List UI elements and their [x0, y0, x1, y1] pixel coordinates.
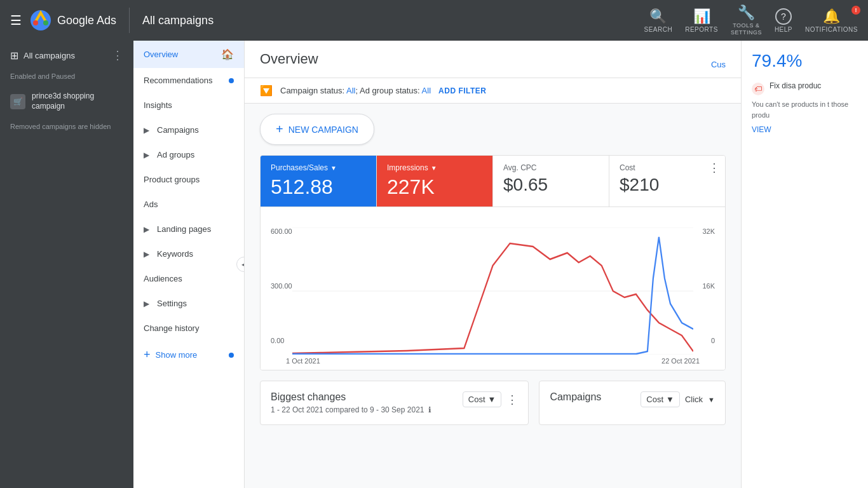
nav-item-ads[interactable]: Ads	[133, 192, 244, 217]
left-sidebar: ⊞ All campaigns ⋮ Enabled and Paused 🛒 p…	[0, 41, 133, 488]
google-ads-logo: Google Ads	[29, 9, 116, 32]
new-campaign-label: NEW CAMPAIGN	[288, 125, 358, 135]
settings-arrow-icon: ▶	[144, 299, 149, 308]
nav-item-keywords[interactable]: ▶ Keywords	[133, 241, 244, 266]
new-campaign-button[interactable]: + NEW CAMPAIGN	[260, 114, 374, 145]
purchases-value: 512.88	[271, 175, 366, 199]
nav-item-settings[interactable]: ▶ Settings	[133, 291, 244, 316]
nav-left: ☰ Google Ads All campaigns	[10, 8, 634, 33]
landing-pages-label: Landing pages	[157, 224, 211, 234]
recommendations-label: Recommendations	[144, 76, 212, 85]
customize-button[interactable]: Cus	[711, 60, 726, 69]
ad-group-status-value[interactable]: All	[422, 86, 431, 95]
status-label: Enabled and Paused	[0, 70, 133, 85]
chart-svg	[292, 227, 693, 355]
hamburger-menu-icon[interactable]: ☰	[10, 13, 22, 28]
nav-divider	[129, 8, 130, 33]
add-filter-button[interactable]: ADD FILTER	[438, 86, 486, 95]
campaigns-widget: Campaigns Cost ▼ Click ▼	[539, 381, 726, 425]
recommendation-score: 79.4%	[752, 51, 858, 71]
campaigns-widget-header: Campaigns Cost ▼ Click ▼	[550, 391, 715, 407]
rec-warning-icon: 🏷	[754, 85, 762, 93]
notifications-nav-tool[interactable]: 🔔 ! NOTIFICATIONS	[805, 8, 858, 33]
audiences-label: Audiences	[144, 274, 182, 283]
show-more-dot	[229, 353, 234, 358]
impressions-dropdown-icon: ▼	[431, 165, 437, 172]
metric-cost[interactable]: Cost $210 ⋮	[609, 156, 725, 207]
tools-nav-tool[interactable]: 🔧 TOOLS &SETTINGS	[731, 4, 762, 36]
rec-item-description: You can't se products in t those produ	[752, 99, 858, 120]
main-content: Overview Cus 🔽 Campaign status: All; Ad …	[245, 41, 741, 488]
nav-item-ad-groups[interactable]: ▶ Ad groups	[133, 142, 244, 167]
notifications-icon: 🔔	[823, 8, 840, 25]
recommendations-dot	[229, 78, 234, 83]
campaigns-label: Campaigns	[157, 125, 199, 135]
sidebar-more-button[interactable]: ⋮	[112, 48, 123, 62]
content-area: + NEW CAMPAIGN Purchases/Sales ▼ 512.88	[245, 104, 741, 435]
chart-y-left-labels: 600.00 300.00 0.00	[271, 227, 292, 344]
home-icon: 🏠	[221, 48, 234, 60]
reports-nav-tool[interactable]: 📊 REPORTS	[685, 8, 718, 33]
tools-label: TOOLS &SETTINGS	[731, 22, 762, 36]
nav-item-recommendations[interactable]: Recommendations	[133, 68, 244, 93]
svg-point-1	[43, 20, 48, 25]
sidebar-all-campaigns-label: All campaigns	[24, 51, 75, 60]
show-more-label: Show more	[156, 350, 198, 360]
subtitle-info-icon: ℹ	[428, 405, 431, 414]
nav-item-overview[interactable]: Overview 🏠	[133, 41, 244, 68]
campaigns-cost-dropdown[interactable]: Cost ▼	[641, 391, 680, 407]
landing-pages-arrow-icon: ▶	[144, 225, 149, 234]
bottom-section: Biggest changes 1 - 22 Oct 2021 compared…	[260, 381, 726, 425]
biggest-changes-controls: Cost ▼ ⋮	[463, 391, 519, 407]
search-nav-tool[interactable]: 🔍 SEARCH	[644, 8, 673, 33]
nav-item-landing-pages[interactable]: ▶ Landing pages	[133, 217, 244, 241]
metric-impressions[interactable]: Impressions ▼ 227K	[377, 156, 493, 207]
nav-item-audiences[interactable]: Audiences	[133, 266, 244, 291]
nav-item-change-history[interactable]: Change history	[133, 316, 244, 341]
rec-view-link[interactable]: VIEW	[752, 125, 858, 134]
campaigns-widget-title: Campaigns	[550, 391, 601, 403]
y-right-mid: 16K	[702, 282, 715, 290]
avg-cpc-value: $0.65	[503, 175, 599, 195]
cost-value: $210	[620, 175, 715, 195]
page-title: Overview	[260, 51, 318, 78]
cost-dropdown[interactable]: Cost ▼	[463, 391, 502, 407]
campaigns-arrow-icon: ▶	[144, 126, 149, 135]
product-groups-label: Product groups	[144, 175, 200, 184]
metric-purchases[interactable]: Purchases/Sales ▼ 512.88	[261, 156, 377, 207]
help-nav-tool[interactable]: ? HELP	[775, 8, 792, 33]
nav-item-insights[interactable]: Insights	[133, 93, 244, 118]
metrics-row: Purchases/Sales ▼ 512.88 Impressions ▼ 2…	[261, 156, 725, 207]
nav-item-product-groups[interactable]: Product groups	[133, 167, 244, 192]
campaign-status-value[interactable]: All	[346, 86, 355, 95]
new-campaign-plus-icon: +	[276, 122, 283, 137]
help-icon: ?	[775, 8, 792, 25]
metric-avg-cpc[interactable]: Avg. CPC $0.65	[493, 156, 609, 207]
cost-dropdown-arrow: ▼	[488, 395, 496, 404]
avg-cpc-label: Avg. CPC	[503, 163, 599, 172]
cost-label: Cost	[620, 163, 715, 172]
y-label-bot: 0.00	[271, 337, 292, 344]
biggest-changes-titles: Biggest changes 1 - 22 Oct 2021 compared…	[271, 391, 431, 414]
overview-label: Overview	[144, 50, 178, 59]
biggest-changes-more-button[interactable]: ⋮	[506, 393, 518, 407]
insights-label: Insights	[144, 100, 172, 110]
main-layout: ⊞ All campaigns ⋮ Enabled and Paused 🛒 p…	[0, 41, 868, 488]
campaign-icon: 🛒	[10, 94, 25, 109]
show-more-item[interactable]: + Show more	[133, 341, 244, 369]
removed-campaigns-label: Removed campaigns are hidden	[0, 118, 133, 135]
google-ads-brand-text: Google Ads	[57, 14, 116, 27]
metric-more-button[interactable]: ⋮	[709, 161, 720, 175]
nav-item-campaigns[interactable]: ▶ Campaigns	[133, 118, 244, 142]
reports-label: REPORTS	[685, 26, 718, 33]
impressions-value: 227K	[387, 175, 482, 199]
y-right-bot: 0	[702, 337, 715, 344]
chart-section: 600.00 300.00 0.00 32K 16K 0	[261, 217, 725, 370]
nav-right: 🔍 SEARCH 📊 REPORTS 🔧 TOOLS &SETTINGS ? H…	[644, 4, 858, 36]
filter-icon[interactable]: 🔽	[260, 85, 273, 97]
biggest-changes-title: Biggest changes	[271, 391, 431, 403]
help-label: HELP	[775, 26, 792, 33]
campaign-list-item[interactable]: 🛒 prince3d shopping campaign	[0, 85, 133, 118]
change-history-label: Change history	[144, 323, 199, 333]
filter-text: Campaign status: All; Ad group status: A…	[280, 86, 431, 95]
